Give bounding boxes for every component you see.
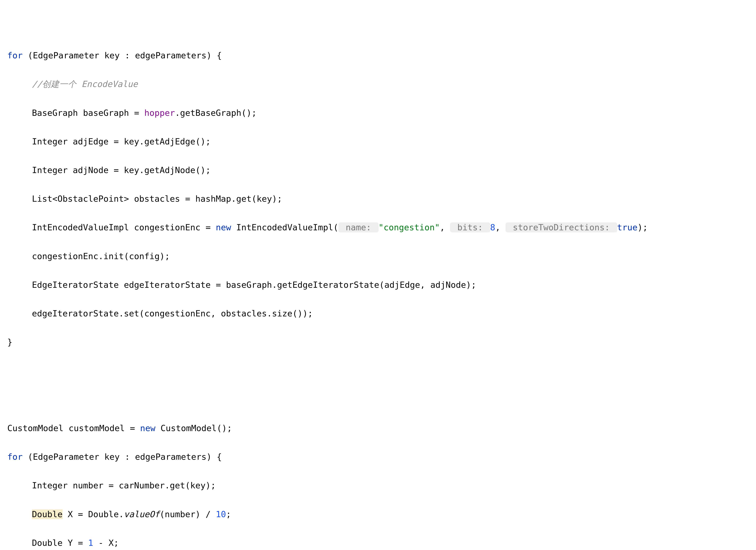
code-text: CustomModel(); (155, 423, 232, 433)
code-text: BaseGraph baseGraph = (32, 108, 144, 118)
number-literal: 1 (88, 538, 93, 548)
string-literal: "congestion" (379, 223, 440, 232)
code-text: Integer adjNode = key.getAdjNode(); (32, 165, 211, 175)
comment: //创建一个 EncodeValue (32, 79, 138, 89)
number-literal: 8 (490, 223, 495, 232)
keyword-for: for (7, 51, 23, 60)
code-line[interactable]: congestionEnc.init(config); (0, 247, 756, 266)
blank-line[interactable] (0, 361, 756, 381)
keyword-new: new (140, 423, 155, 433)
code-text: (EdgeParameter key : edgeParameters) { (23, 51, 222, 60)
code-text: List<ObstaclePoint> obstacles = hashMap.… (32, 194, 282, 204)
code-text: ; (226, 509, 231, 519)
code-text: EdgeIteratorState edgeIteratorState = ba… (32, 280, 476, 290)
code-editor[interactable]: for (EdgeParameter key : edgeParameters)… (0, 37, 756, 550)
number-literal: 10 (216, 509, 226, 519)
code-line[interactable]: BaseGraph baseGraph = hopper.getBaseGrap… (0, 103, 756, 123)
keyword-new: new (216, 223, 231, 232)
code-text: Integer number = carNumber.get(key); (32, 480, 216, 490)
code-line[interactable]: Double Y = 1 - X; (0, 533, 756, 550)
code-text: } (7, 337, 12, 347)
code-line[interactable]: Integer adjNode = key.getAdjNode(); (0, 161, 756, 180)
code-line[interactable]: Integer adjEdge = key.getAdjEdge(); (0, 132, 756, 151)
code-text: Integer adjEdge = key.getAdjEdge(); (32, 137, 211, 147)
hint-bits: bits: (450, 223, 490, 232)
code-text: IntEncodedValueImpl congestionEnc = (32, 223, 216, 232)
code-line[interactable]: List<ObstaclePoint> obstacles = hashMap.… (0, 189, 756, 209)
code-text: Double Y = (32, 538, 88, 548)
code-text: , (440, 223, 450, 232)
code-text: edgeIteratorState.set(congestionEnc, obs… (32, 308, 313, 318)
static-method: valueOf (124, 509, 160, 519)
code-line[interactable]: IntEncodedValueImpl congestionEnc = new … (0, 218, 756, 237)
code-text: X = Double. (63, 509, 124, 519)
code-text: CustomModel customModel = (7, 423, 140, 433)
code-text: (number) / (160, 509, 216, 519)
code-text: - X; (93, 538, 119, 548)
hint-name: name: (338, 223, 379, 232)
code-line[interactable]: //创建一个 EncodeValue (0, 74, 756, 94)
code-text: (EdgeParameter key : edgeParameters) { (23, 452, 222, 462)
code-line[interactable]: Integer number = carNumber.get(key); (0, 476, 756, 495)
keyword-true: true (617, 223, 638, 232)
code-text: .getBaseGraph(); (175, 108, 257, 118)
code-text: , (495, 223, 506, 232)
blank-line[interactable] (0, 390, 756, 409)
keyword-for: for (7, 452, 23, 462)
code-line[interactable]: CustomModel customModel = new CustomMode… (0, 418, 756, 438)
hint-store: storeTwoDirections: (506, 223, 617, 232)
code-line[interactable]: for (EdgeParameter key : edgeParameters)… (0, 447, 756, 467)
highlighted-token: Double (32, 509, 63, 519)
code-text: congestionEnc.init(config); (32, 251, 170, 261)
code-line[interactable]: Double X = Double.valueOf(number) / 10; (0, 505, 756, 524)
code-text: IntEncodedValueImpl( (231, 223, 338, 232)
code-line[interactable]: for (EdgeParameter key : edgeParameters)… (0, 46, 756, 65)
code-text: ); (638, 223, 648, 232)
field-ref: hopper (144, 108, 175, 118)
code-line[interactable]: EdgeIteratorState edgeIteratorState = ba… (0, 275, 756, 295)
code-line[interactable]: edgeIteratorState.set(congestionEnc, obs… (0, 304, 756, 323)
code-line[interactable]: } (0, 332, 756, 352)
